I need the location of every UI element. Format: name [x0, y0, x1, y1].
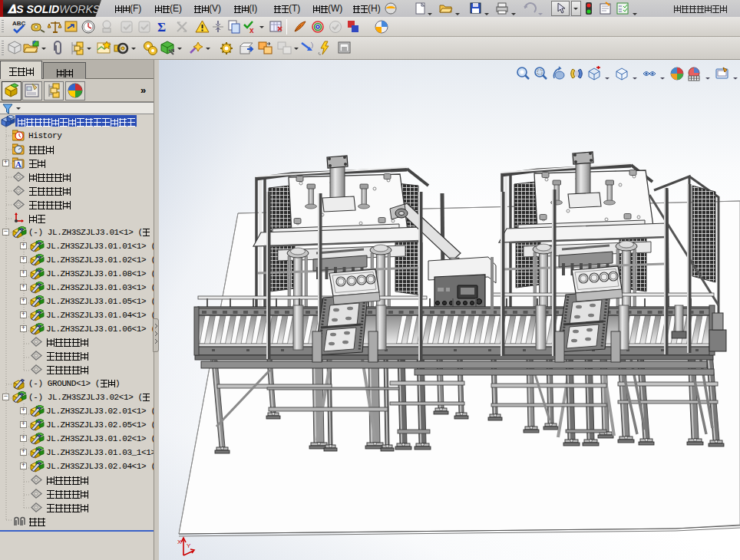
svg-text:Y: Y [187, 542, 191, 549]
svg-text:X: X [177, 539, 182, 545]
svg-text:Σ: Σ [157, 20, 166, 35]
svg-text:x: x [249, 26, 254, 35]
svg-text:A: A [15, 160, 21, 169]
